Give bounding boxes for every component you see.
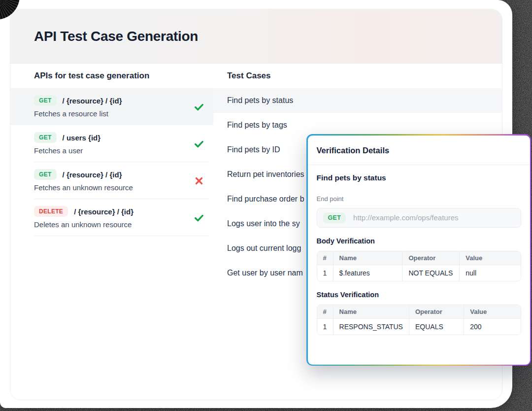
- api-path: / users {id}: [63, 134, 101, 142]
- column-header: Operator: [402, 251, 460, 265]
- endpoint-method-badge: GET: [323, 212, 346, 223]
- api-description: Fetches a user: [34, 146, 205, 155]
- page-title: API Test Case Generation: [34, 29, 198, 44]
- method-badge: GET: [34, 169, 57, 180]
- api-path: / {resource} / {id}: [63, 171, 122, 179]
- cell-name: $.features: [333, 265, 402, 281]
- column-header: #: [317, 251, 333, 265]
- status-verification-table: # Name Operator Value 1 RESPONS_STATUS E…: [317, 305, 521, 335]
- api-panel: APIs for test case generation GET / {res…: [10, 64, 213, 285]
- cell-value: null: [460, 265, 521, 281]
- status-check-icon: [194, 212, 204, 223]
- test-cases-title: Test Cases: [213, 64, 502, 88]
- cell-index: 1: [317, 318, 333, 335]
- column-header: Operator: [409, 305, 464, 318]
- cell-operator: NOT EQUALS: [402, 265, 460, 281]
- api-description: Fetches a resource list: [34, 109, 205, 118]
- column-header: Name: [333, 251, 402, 265]
- api-list-item[interactable]: GET / users {id} Fetches a user: [10, 125, 213, 162]
- endpoint-placeholder: http://example.com/ops/features: [353, 213, 458, 222]
- table-row: 1 RESPONS_STATUS EQUALS 200: [317, 318, 521, 335]
- api-path: / {resource} / {id}: [63, 97, 122, 105]
- endpoint-label: End point: [317, 195, 521, 203]
- api-path: / {resource} / {id}: [74, 207, 133, 216]
- method-badge: GET: [34, 95, 57, 106]
- api-description: Fetches an unknown resource: [34, 183, 205, 192]
- status-check-icon: [194, 102, 204, 112]
- api-list-item[interactable]: GET / {resource} / {id} Fetches an unkno…: [10, 162, 213, 199]
- cell-name: RESPONS_STATUS: [333, 318, 409, 335]
- api-panel-title: APIs for test case generation: [10, 64, 213, 88]
- cell-value: 200: [464, 318, 521, 335]
- body-verification-title: Body Verification: [317, 237, 521, 245]
- column-header: Value: [464, 305, 521, 318]
- column-header: Name: [333, 305, 409, 318]
- api-list-item[interactable]: DELETE / {resource} / {id} Deletes an un…: [10, 199, 213, 236]
- cell-index: 1: [317, 265, 333, 281]
- body-verification-table: # Name Operator Value 1 $.features NOT E…: [317, 251, 521, 281]
- table-row: 1 $.features NOT EQUALS null: [317, 265, 521, 281]
- api-description: Deletes an unknown resource: [34, 220, 205, 229]
- method-badge: GET: [34, 132, 57, 143]
- cell-operator: EQUALS: [409, 318, 464, 335]
- verification-test-name: Find pets by status: [317, 173, 521, 182]
- status-check-icon: [194, 138, 204, 149]
- column-header: #: [317, 305, 333, 318]
- test-case-item[interactable]: Find pets by status: [213, 88, 502, 113]
- verification-details-title: Verification Details: [308, 136, 530, 165]
- column-header: Value: [460, 251, 521, 265]
- screen: API Test Case Generation APIs for test c…: [0, 0, 532, 411]
- card-header: API Test Case Generation: [10, 9, 502, 64]
- api-list-item[interactable]: GET / {resource} / {id} Fetches a resour…: [10, 88, 213, 125]
- status-cross-icon: [194, 175, 204, 186]
- method-badge: DELETE: [34, 206, 68, 217]
- status-verification-title: Status Verification: [317, 291, 521, 299]
- verification-details-panel: Verification Details Find pets by status…: [306, 134, 531, 366]
- endpoint-field[interactable]: GET http://example.com/ops/features: [317, 208, 521, 228]
